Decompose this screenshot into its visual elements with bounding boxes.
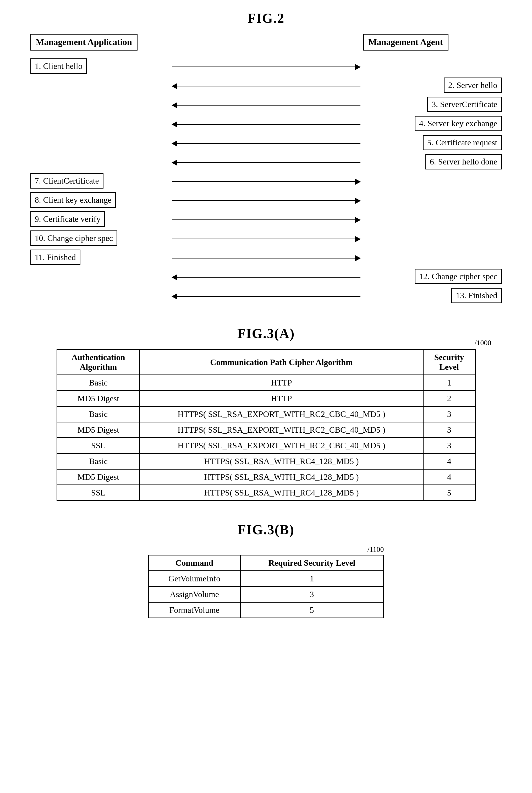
fig3a-ref: /1000 [475,339,491,347]
fig2-left-cell-11: 11. Finished [31,250,169,267]
fig3b-header-row: Command Required Security Level [149,555,383,571]
msg-certificate-verify: 9. Certificate verify [31,211,105,227]
table-row: Basic HTTPS( SSL_RSA_EXPORT_WITH_RC2_CBC… [57,406,475,422]
fig2-left-cell-8: 8. Client key exchange [31,192,169,209]
fig2-arrow-cell-1 [169,66,363,67]
table-row: Basic HTTPS( SSL_RSA_WITH_RC4_128_MD5 ) … [57,453,475,469]
fig2-row-10: 10. Change cipher spec [31,230,502,248]
fig2-left-entity-container: Management Application [31,34,169,51]
arrow-right-1 [172,66,360,67]
fig2-row-12: 12. Change cipher spec [31,269,502,286]
auth-basic-3: Basic [57,453,140,469]
msg-client-key-exchange: 8. Client key exchange [31,192,116,208]
msg-server-certificate: 3. ServerCertificate [427,97,502,112]
fig3a-col-cipher: Communication Path Cipher Algorithm [140,350,423,375]
fig2-right-cell-5: 5. Certificate request [363,135,502,152]
fig2-arrow-cell-9 [169,219,363,220]
msg-client-hello: 1. Client hello [31,58,87,74]
fig3b-ref-number: 1100 [369,545,384,554]
fig2-arrow-cell-10 [169,238,363,239]
fig2-right-cell-12: 12. Change cipher spec [363,269,502,286]
management-agent-label: Management Agent [363,34,449,51]
auth-md5-3: MD5 Digest [57,469,140,485]
cmd-assignvolume: AssignVolume [149,587,240,602]
cipher-https-rc2-1: HTTPS( SSL_RSA_EXPORT_WITH_RC2_CBC_40_MD… [140,406,423,422]
arrow-left-6 [172,162,360,163]
fig2-row-3: 3. ServerCertificate [31,97,502,114]
msg-certificate-request: 5. Certificate request [423,135,501,150]
fig2-arrow-cell-4 [169,124,363,125]
fig2-row-6: 6. Server hello done [31,154,502,171]
fig2-arrow-cell-13 [169,296,363,297]
table-row: MD5 Digest HTTPS( SSL_RSA_WITH_RC4_128_M… [57,469,475,485]
fig3b-ref-container: /1100 [148,545,384,554]
table-row: SSL HTTPS( SSL_RSA_WITH_RC4_128_MD5 ) 5 [57,485,475,501]
fig2-header-row: Management Application Management Agent [31,34,502,51]
level-5-1: 5 [423,485,475,501]
arrow-right-7 [172,181,360,182]
msg-change-cipher-spec-client: 10. Change cipher spec [31,230,118,246]
fig3a-col-auth: Authentication Algorithm [57,350,140,375]
level-2-1: 2 [423,391,475,406]
cipher-https-rc4-3: HTTPS( SSL_RSA_WITH_RC4_128_MD5 ) [140,485,423,501]
cmd-getvolume: GetVolumeInfo [149,571,240,587]
fig2-right-cell-13: 13. Finished [363,288,502,305]
level-3-3: 3 [423,438,475,453]
arrow-left-2 [172,85,360,86]
auth-ssl-1: SSL [57,438,140,453]
fig2-arrow-cell-8 [169,200,363,201]
level-3-1: 3 [423,406,475,422]
auth-md5-1: MD5 Digest [57,391,140,406]
table-row: AssignVolume 3 [149,587,383,602]
fig2-left-cell-7: 7. ClientCertificate [31,173,169,190]
cipher-https-rc4-2: HTTPS( SSL_RSA_WITH_RC4_128_MD5 ) [140,469,423,485]
arrow-left-4 [172,124,360,125]
fig2-right-cell-2: 2. Server hello [363,78,502,95]
cipher-https-rc2-3: HTTPS( SSL_RSA_EXPORT_WITH_RC2_CBC_40_MD… [140,438,423,453]
fig2-arrow-cell-5 [169,143,363,144]
fig3a-ref-slash: / [475,339,477,347]
auth-ssl-2: SSL [57,485,140,501]
management-application-label: Management Application [31,34,137,51]
fig3b-table: Command Required Security Level GetVolum… [148,555,384,618]
fig2-section: FIG.2 Management Application Management … [31,11,502,305]
table-row: Basic HTTP 1 [57,375,475,391]
cmd-formatvolume: FormatVolume [149,602,240,618]
auth-basic-1: Basic [57,375,140,391]
security-1: 1 [240,571,383,587]
fig3b-col-command: Command [149,555,240,571]
fig3b-ref-slash: / [367,545,369,554]
fig2-right-cell-6: 6. Server hello done [363,154,502,171]
arrow-right-8 [172,200,360,201]
fig2-arrow-cell-3 [169,105,363,105]
level-4-2: 4 [423,469,475,485]
fig3a-table: Authentication Algorithm Communication P… [57,349,476,501]
fig2-row-11: 11. Finished [31,250,502,267]
fig2-left-cell-1: 1. Client hello [31,58,169,75]
fig2-row-2: 2. Server hello [31,78,502,95]
level-4-1: 4 [423,453,475,469]
fig3a-ref-number: 1000 [477,339,491,347]
cipher-https-rc4-1: HTTPS( SSL_RSA_WITH_RC4_128_MD5 ) [140,453,423,469]
fig2-row-5: 5. Certificate request [31,135,502,152]
level-3-2: 3 [423,422,475,438]
fig3b-tbody: GetVolumeInfo 1 AssignVolume 3 FormatVol… [149,571,383,618]
fig3a-section: FIG.3(A) /1000 Authentication Algorithm … [31,326,502,501]
auth-md5-2: MD5 Digest [57,422,140,438]
msg-change-cipher-spec-server: 12. Change cipher spec [415,269,502,284]
security-3: 3 [240,587,383,602]
msg-server-hello: 2. Server hello [444,78,502,93]
arrow-left-5 [172,143,360,144]
fig2-arrow-cell-11 [169,258,363,258]
table-row: SSL HTTPS( SSL_RSA_EXPORT_WITH_RC2_CBC_4… [57,438,475,453]
fig3a-col-security: Security Level [423,350,475,375]
cipher-http-1: HTTP [140,375,423,391]
fig2-arrow-cell-12 [169,277,363,277]
table-row: MD5 Digest HTTPS( SSL_RSA_EXPORT_WITH_RC… [57,422,475,438]
table-row: MD5 Digest HTTP 2 [57,391,475,406]
fig2-row-8: 8. Client key exchange [31,192,502,209]
fig2-left-cell-10: 10. Change cipher spec [31,230,169,248]
security-5: 5 [240,602,383,618]
fig2-arrow-cell-6 [169,162,363,163]
fig2-arrow-cell-2 [169,85,363,86]
